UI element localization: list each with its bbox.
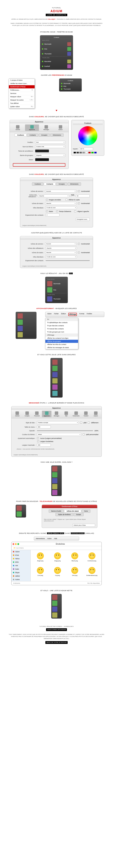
checkbox[interactable] — [56, 210, 58, 212]
color-swatch[interactable] — [35, 158, 49, 161]
list-item[interactable] — [52, 478, 61, 484]
select-service-icons[interactable]: Aucune▾ — [45, 190, 77, 193]
swatch[interactable] — [77, 152, 79, 153]
list-item[interactable]: Kira — [41, 46, 72, 51]
tab-general[interactable]: Général — [12, 411, 22, 417]
subtab-contacts[interactable]: Contacts — [27, 133, 38, 136]
list-item[interactable] — [17, 332, 35, 338]
spacing-field[interactable]: 4 — [46, 214, 59, 216]
tab-etat[interactable]: État — [61, 411, 71, 417]
menu-item[interactable]: Interventions — [36, 538, 45, 539]
menu-item[interactable]: Tri manuel des contacts — [46, 327, 78, 330]
tab-general[interactable]: Général — [11, 124, 25, 131]
list-item[interactable] — [52, 365, 61, 372]
sidebar-item[interactable]: Skype — [11, 571, 30, 574]
checkbox[interactable] — [37, 437, 39, 439]
list-item[interactable] — [17, 325, 35, 332]
checkbox[interactable] — [83, 433, 85, 435]
file-item[interactable]: Blush.png — [67, 552, 82, 564]
subtab-dimensions[interactable]: Dimensions — [50, 133, 64, 136]
select-bars[interactable]: Dégradé▾ — [35, 154, 65, 157]
subtab-groupes[interactable]: Groupes — [38, 133, 50, 136]
swatch[interactable] — [88, 152, 91, 153]
file-item[interactable]: Confused.png — [85, 552, 99, 564]
color-wheel[interactable] — [78, 126, 97, 145]
list-item[interactable]: Kira — [60, 85, 81, 88]
colloquy-link[interactable]: COLLOQUY — [48, 19, 55, 20]
tab-apparence[interactable]: Apparence — [25, 124, 39, 131]
list-item[interactable]: Thornwick — [60, 88, 81, 90]
list-item[interactable]: Thornwick — [46, 296, 67, 302]
file-item[interactable]: Cry.png — [50, 567, 65, 579]
menu-item[interactable]: Masquer Adium ⌘H — [9, 95, 35, 98]
menu-item[interactable]: Afficher les groupes — [46, 340, 78, 343]
checkbox[interactable] — [88, 422, 90, 424]
checkbox[interactable] — [78, 203, 80, 204]
swatch[interactable] — [91, 152, 94, 153]
list-item[interactable]: Dashiell — [41, 64, 72, 69]
list-item[interactable]: Kira — [46, 287, 67, 293]
file-item[interactable]: Cool.png — [33, 567, 48, 579]
checkbox[interactable] — [78, 190, 80, 192]
checkbox[interactable] — [74, 210, 76, 212]
select[interactable]: Aucune▾ — [45, 242, 77, 245]
tab-apparence[interactable]: Apparence — [42, 411, 51, 417]
menu-item[interactable]: Gestionnaire d'Xtras — [9, 85, 35, 89]
menu-format[interactable]: Format — [79, 313, 84, 316]
list-item[interactable] — [52, 390, 61, 397]
menu-item[interactable]: Action — [47, 538, 52, 539]
tab-evenements[interactable]: Événements — [72, 411, 81, 417]
sidebar-item[interactable]: Autres — [11, 578, 30, 581]
select-theme[interactable]: Couleur unie▾ — [35, 145, 65, 148]
list-item[interactable] — [52, 472, 61, 478]
swatch[interactable] — [74, 152, 76, 153]
list-item[interactable] — [52, 372, 61, 378]
select-status-icons[interactable]: Gauche▾ — [45, 202, 77, 205]
tab-comptes[interactable]: Comptes — [22, 411, 32, 417]
slider[interactable] — [46, 260, 90, 261]
checkbox[interactable] — [46, 199, 48, 201]
xtab[interactable]: Barres d'outils — [49, 509, 64, 513]
menu-item[interactable]: Vérifier les mises à jour... — [9, 82, 35, 85]
swatch[interactable] — [82, 152, 85, 153]
tab-advanced[interactable]: Avancé — [54, 124, 67, 131]
xtab[interactable]: Icônes de statut — [64, 509, 81, 513]
tab-personnel[interactable]: Personnel — [32, 411, 41, 417]
menu-item[interactable]: À propos d'Adium — [9, 79, 35, 82]
menu-item[interactable]: Tri alphabétique des contacts — [46, 321, 78, 324]
menu-fenetre[interactable]: Fenêtre — [87, 313, 92, 316]
select-user-icons[interactable]: Gauche▾ — [38, 194, 69, 197]
menu-item[interactable]: Afficher les infos du contact — [46, 343, 78, 346]
menu-edition[interactable]: Édition — [61, 313, 66, 316]
select-list-style[interactable]: Fenêtre normale▾ — [37, 421, 79, 424]
menu-item[interactable]: Quitter Adium ⌘Q — [9, 105, 35, 108]
max-width-field[interactable]: 400 — [37, 443, 51, 446]
menu-item[interactable]: Masquer les autres ⌥⌘H — [9, 98, 35, 102]
menu-fichier[interactable]: Fichier — [54, 313, 59, 316]
select[interactable]: Gauche▾ — [45, 251, 77, 254]
swatch[interactable] — [85, 152, 88, 153]
list-item[interactable]: Stormvale — [41, 42, 72, 46]
file-item[interactable]: Embarrassed.png — [85, 567, 99, 579]
list-item[interactable] — [17, 319, 35, 325]
sidebar-item[interactable]: MSN — [11, 560, 30, 564]
opacity-slider[interactable] — [37, 430, 93, 431]
tab-avance[interactable]: Avancé — [91, 411, 101, 417]
tab-messages[interactable]: Messages — [39, 124, 53, 131]
close-icon[interactable] — [12, 543, 14, 545]
menu-item[interactable]: Afficher les contacts hors-ligne — [46, 337, 78, 340]
swatch[interactable] — [94, 152, 97, 153]
select-ext-info[interactable]: À côté du nom▾ — [46, 206, 77, 209]
list-item[interactable] — [52, 384, 61, 390]
menu-item[interactable]: Préférences... ⌘, — [9, 89, 35, 92]
menu-affichage[interactable]: Affichage — [68, 313, 77, 316]
list-item[interactable] — [52, 490, 61, 495]
get-xtras-button[interactable]: Obtenir plus d'Xtras — [73, 524, 95, 527]
list-item[interactable] — [52, 484, 61, 490]
tab-messages[interactable]: Messages — [52, 411, 61, 417]
subtab-couleurs[interactable]: Couleurs — [15, 133, 27, 136]
menu-item[interactable]: Aide — [54, 538, 57, 539]
minimize-icon[interactable] — [15, 543, 17, 545]
sidebar-item[interactable]: Gadu — [11, 567, 30, 571]
select-theme-color[interactable]: défaut▾ — [37, 433, 81, 436]
